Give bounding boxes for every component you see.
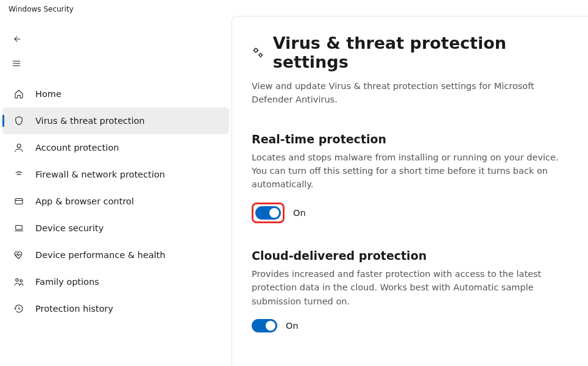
sidebar-item-label: Family options [35, 277, 229, 287]
cloud-toggle-state: On [286, 321, 299, 331]
toggle-row-cloud: On [252, 319, 569, 332]
sidebar-item-label: Virus & threat protection [35, 116, 229, 126]
sidebar-item-device-security[interactable]: Device security [2, 215, 229, 242]
svg-point-6 [259, 54, 261, 56]
people-icon [13, 276, 24, 287]
main-layout: Home Virus & threat protection Account p… [0, 16, 588, 366]
signal-icon [13, 169, 24, 180]
sidebar-item-home[interactable]: Home [2, 81, 229, 107]
history-icon [13, 303, 24, 314]
sidebar-item-label: Firewall & network protection [35, 170, 229, 179]
sidebar-item-label: App & browser control [35, 196, 229, 206]
sidebar: Home Virus & threat protection Account p… [0, 16, 232, 366]
realtime-toggle[interactable] [255, 206, 281, 220]
shield-icon [13, 115, 24, 126]
sidebar-item-family[interactable]: Family options [2, 268, 229, 295]
window-title: Windows Security [0, 0, 588, 16]
page-header: Virus & threat protection settings [252, 34, 569, 71]
page-title: Virus & threat protection settings [273, 34, 569, 71]
gears-icon [252, 46, 264, 59]
sidebar-item-label: Device security [35, 223, 229, 233]
menu-button[interactable] [0, 51, 232, 76]
svg-point-0 [17, 144, 21, 148]
svg-rect-2 [16, 226, 23, 230]
svg-point-3 [16, 279, 19, 282]
nav-list: Home Virus & threat protection Account p… [0, 81, 232, 322]
svg-rect-1 [15, 199, 23, 204]
sidebar-item-virus-threat[interactable]: Virus & threat protection [2, 107, 229, 134]
section-desc-realtime: Locates and stops malware from installin… [252, 151, 569, 192]
toggle-highlight [252, 203, 285, 223]
window-icon [13, 196, 24, 207]
sidebar-item-account[interactable]: Account protection [2, 134, 229, 161]
page-subtitle: View and update Virus & threat protectio… [252, 80, 569, 107]
svg-point-4 [20, 280, 23, 282]
home-icon [13, 88, 24, 99]
laptop-icon [13, 223, 24, 234]
realtime-toggle-state: On [293, 208, 306, 218]
content-area: Virus & threat protection settings View … [232, 16, 588, 366]
cloud-toggle[interactable] [252, 319, 277, 332]
arrow-left-icon [11, 34, 22, 45]
section-title-cloud: Cloud-delivered protection [252, 249, 569, 262]
toggle-row-realtime: On [252, 203, 569, 223]
section-title-realtime: Real-time protection [252, 132, 569, 146]
sidebar-item-performance[interactable]: Device performance & health [2, 242, 229, 268]
sidebar-item-label: Home [35, 89, 229, 99]
sidebar-item-label: Account protection [35, 143, 229, 152]
heart-pulse-icon [13, 249, 24, 260]
back-button[interactable] [0, 27, 232, 51]
sidebar-item-app-browser[interactable]: App & browser control [2, 188, 229, 215]
person-icon [13, 142, 24, 153]
section-desc-cloud: Provides increased and faster protection… [252, 267, 569, 308]
sidebar-item-label: Device performance & health [35, 250, 229, 260]
section-cloud: Cloud-delivered protection Provides incr… [252, 249, 569, 332]
sidebar-item-history[interactable]: Protection history [2, 295, 229, 322]
section-realtime: Real-time protection Locates and stops m… [252, 132, 569, 223]
sidebar-item-label: Protection history [35, 304, 229, 314]
sidebar-item-firewall[interactable]: Firewall & network protection [2, 161, 229, 188]
hamburger-icon [11, 58, 22, 69]
